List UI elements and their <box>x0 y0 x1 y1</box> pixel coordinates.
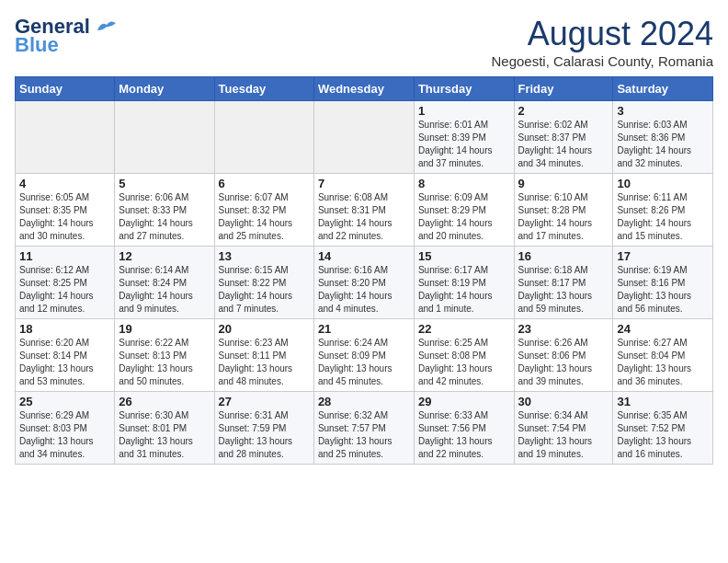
day-number: 29 <box>418 395 510 408</box>
calendar-cell <box>313 101 414 174</box>
col-thursday: Thursday <box>414 77 514 101</box>
day-info: Sunrise: 6:24 AM Sunset: 8:09 PM Dayligh… <box>318 337 410 388</box>
col-tuesday: Tuesday <box>214 77 313 101</box>
day-number: 26 <box>119 395 210 408</box>
calendar-cell: 12Sunrise: 6:14 AM Sunset: 8:24 PM Dayli… <box>115 247 214 319</box>
day-info: Sunrise: 6:11 AM Sunset: 8:26 PM Dayligh… <box>617 191 709 243</box>
day-info: Sunrise: 6:10 AM Sunset: 8:28 PM Dayligh… <box>518 191 609 243</box>
calendar-cell: 2Sunrise: 6:02 AM Sunset: 8:37 PM Daylig… <box>514 101 613 174</box>
day-number: 24 <box>617 322 709 336</box>
calendar-cell: 23Sunrise: 6:26 AM Sunset: 8:06 PM Dayli… <box>514 319 613 392</box>
day-number: 23 <box>518 322 609 336</box>
col-sunday: Sunday <box>16 77 115 101</box>
day-number: 13 <box>219 249 310 263</box>
calendar-header-row: Sunday Monday Tuesday Wednesday Thursday… <box>16 77 713 101</box>
day-number: 20 <box>219 322 310 336</box>
col-friday: Friday <box>514 77 613 101</box>
calendar-cell: 30Sunrise: 6:34 AM Sunset: 7:54 PM Dayli… <box>514 392 613 465</box>
day-info: Sunrise: 6:22 AM Sunset: 8:13 PM Dayligh… <box>119 337 210 388</box>
calendar-week-row-2: 4Sunrise: 6:05 AM Sunset: 8:35 PM Daylig… <box>16 174 713 247</box>
calendar-week-row-1: 1Sunrise: 6:01 AM Sunset: 8:39 PM Daylig… <box>16 101 713 174</box>
page-header: General Blue August 2024 Negoesti, Calar… <box>15 15 713 69</box>
calendar-cell: 8Sunrise: 6:09 AM Sunset: 8:29 PM Daylig… <box>414 174 514 247</box>
day-number: 2 <box>518 104 609 118</box>
calendar-week-row-5: 25Sunrise: 6:29 AM Sunset: 8:03 PM Dayli… <box>16 392 713 465</box>
location: Negoesti, Calarasi County, Romania <box>491 53 713 69</box>
col-wednesday: Wednesday <box>313 77 414 101</box>
calendar-week-row-4: 18Sunrise: 6:20 AM Sunset: 8:14 PM Dayli… <box>16 319 713 392</box>
title-block: August 2024 Negoesti, Calarasi County, R… <box>491 15 713 69</box>
day-number: 18 <box>19 322 110 336</box>
day-info: Sunrise: 6:16 AM Sunset: 8:20 PM Dayligh… <box>318 264 410 316</box>
col-saturday: Saturday <box>613 77 713 101</box>
day-info: Sunrise: 6:35 AM Sunset: 7:52 PM Dayligh… <box>617 409 709 461</box>
calendar-cell: 5Sunrise: 6:06 AM Sunset: 8:33 PM Daylig… <box>115 174 214 247</box>
day-number: 8 <box>418 177 510 190</box>
calendar-cell: 11Sunrise: 6:12 AM Sunset: 8:25 PM Dayli… <box>16 247 115 319</box>
logo-blue-text: Blue <box>15 33 59 57</box>
calendar-cell: 4Sunrise: 6:05 AM Sunset: 8:35 PM Daylig… <box>16 174 115 247</box>
day-number: 25 <box>19 395 110 408</box>
day-number: 5 <box>119 177 210 190</box>
day-info: Sunrise: 6:01 AM Sunset: 8:39 PM Dayligh… <box>418 119 510 170</box>
day-info: Sunrise: 6:17 AM Sunset: 8:19 PM Dayligh… <box>418 264 510 316</box>
calendar-cell: 24Sunrise: 6:27 AM Sunset: 8:04 PM Dayli… <box>613 319 713 392</box>
day-number: 4 <box>19 177 110 190</box>
calendar-cell: 14Sunrise: 6:16 AM Sunset: 8:20 PM Dayli… <box>313 247 414 319</box>
day-number: 27 <box>219 395 310 408</box>
day-number: 11 <box>19 249 110 263</box>
calendar-cell: 27Sunrise: 6:31 AM Sunset: 7:59 PM Dayli… <box>214 392 313 465</box>
day-number: 9 <box>518 177 609 190</box>
day-info: Sunrise: 6:12 AM Sunset: 8:25 PM Dayligh… <box>19 264 110 316</box>
day-info: Sunrise: 6:30 AM Sunset: 8:01 PM Dayligh… <box>119 409 210 461</box>
day-info: Sunrise: 6:02 AM Sunset: 8:37 PM Dayligh… <box>518 119 609 170</box>
calendar-cell: 25Sunrise: 6:29 AM Sunset: 8:03 PM Dayli… <box>16 392 115 465</box>
day-info: Sunrise: 6:06 AM Sunset: 8:33 PM Dayligh… <box>119 191 210 243</box>
day-info: Sunrise: 6:03 AM Sunset: 8:36 PM Dayligh… <box>617 119 709 170</box>
calendar-cell: 20Sunrise: 6:23 AM Sunset: 8:11 PM Dayli… <box>214 319 313 392</box>
day-info: Sunrise: 6:14 AM Sunset: 8:24 PM Dayligh… <box>119 264 210 316</box>
calendar-cell <box>214 101 313 174</box>
calendar-cell: 16Sunrise: 6:18 AM Sunset: 8:17 PM Dayli… <box>514 247 613 319</box>
day-info: Sunrise: 6:31 AM Sunset: 7:59 PM Dayligh… <box>219 409 310 461</box>
day-info: Sunrise: 6:27 AM Sunset: 8:04 PM Dayligh… <box>617 337 709 388</box>
day-info: Sunrise: 6:26 AM Sunset: 8:06 PM Dayligh… <box>518 337 609 388</box>
calendar-cell: 15Sunrise: 6:17 AM Sunset: 8:19 PM Dayli… <box>414 247 514 319</box>
calendar-cell: 29Sunrise: 6:33 AM Sunset: 7:56 PM Dayli… <box>414 392 514 465</box>
calendar-cell: 22Sunrise: 6:25 AM Sunset: 8:08 PM Dayli… <box>414 319 514 392</box>
day-info: Sunrise: 6:07 AM Sunset: 8:32 PM Dayligh… <box>219 191 310 243</box>
logo: General Blue <box>15 15 119 57</box>
day-info: Sunrise: 6:23 AM Sunset: 8:11 PM Dayligh… <box>219 337 310 388</box>
calendar-cell: 31Sunrise: 6:35 AM Sunset: 7:52 PM Dayli… <box>613 392 713 465</box>
day-number: 3 <box>617 104 709 118</box>
day-info: Sunrise: 6:33 AM Sunset: 7:56 PM Dayligh… <box>418 409 510 461</box>
calendar-cell: 26Sunrise: 6:30 AM Sunset: 8:01 PM Dayli… <box>115 392 214 465</box>
day-number: 15 <box>418 249 510 263</box>
day-number: 16 <box>518 249 609 263</box>
day-number: 22 <box>418 322 510 336</box>
calendar-cell: 6Sunrise: 6:07 AM Sunset: 8:32 PM Daylig… <box>214 174 313 247</box>
day-number: 17 <box>617 249 709 263</box>
calendar: Sunday Monday Tuesday Wednesday Thursday… <box>15 76 713 465</box>
calendar-cell: 21Sunrise: 6:24 AM Sunset: 8:09 PM Dayli… <box>313 319 414 392</box>
calendar-cell: 7Sunrise: 6:08 AM Sunset: 8:31 PM Daylig… <box>313 174 414 247</box>
logo-bird-icon <box>94 17 119 36</box>
month-year: August 2024 <box>491 15 713 53</box>
day-info: Sunrise: 6:19 AM Sunset: 8:16 PM Dayligh… <box>617 264 709 316</box>
calendar-cell: 3Sunrise: 6:03 AM Sunset: 8:36 PM Daylig… <box>613 101 713 174</box>
day-number: 14 <box>318 249 410 263</box>
day-number: 28 <box>318 395 410 408</box>
calendar-cell: 17Sunrise: 6:19 AM Sunset: 8:16 PM Dayli… <box>613 247 713 319</box>
day-number: 21 <box>318 322 410 336</box>
calendar-cell: 10Sunrise: 6:11 AM Sunset: 8:26 PM Dayli… <box>613 174 713 247</box>
day-info: Sunrise: 6:29 AM Sunset: 8:03 PM Dayligh… <box>19 409 110 461</box>
calendar-cell: 9Sunrise: 6:10 AM Sunset: 8:28 PM Daylig… <box>514 174 613 247</box>
day-info: Sunrise: 6:18 AM Sunset: 8:17 PM Dayligh… <box>518 264 609 316</box>
day-number: 12 <box>119 249 210 263</box>
calendar-cell: 28Sunrise: 6:32 AM Sunset: 7:57 PM Dayli… <box>313 392 414 465</box>
day-info: Sunrise: 6:08 AM Sunset: 8:31 PM Dayligh… <box>318 191 410 243</box>
calendar-cell <box>16 101 115 174</box>
calendar-cell: 19Sunrise: 6:22 AM Sunset: 8:13 PM Dayli… <box>115 319 214 392</box>
day-info: Sunrise: 6:05 AM Sunset: 8:35 PM Dayligh… <box>19 191 110 243</box>
day-number: 10 <box>617 177 709 190</box>
